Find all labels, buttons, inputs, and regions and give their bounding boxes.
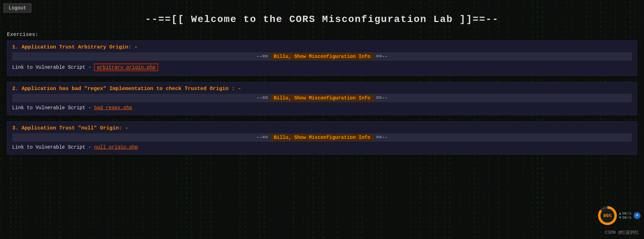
exercise-3: 3. Application Trust "null" Origin: - --…: [7, 121, 637, 155]
exercise-2-info-link[interactable]: Billu, Show Misconfiguration Info: [271, 95, 373, 101]
logout-button[interactable]: Logout: [3, 3, 31, 13]
info-bar-2-suffix: ==--: [373, 95, 388, 101]
upload-stat: ▲ OK/s: [619, 211, 631, 216]
upload-value: OK/s: [622, 211, 631, 216]
exercises-label: Exercises:: [7, 32, 637, 38]
info-bar-2-prefix: --==: [256, 95, 271, 101]
exercise-1: 1. Application Trust Arbitrary Origin: -…: [7, 40, 637, 76]
exercise-3-info-link[interactable]: Billu, Show Misconfiguration Info: [271, 134, 373, 141]
exercise-1-link-line: Link to Vulnerable Script - arbitrary_or…: [12, 64, 632, 71]
info-bar-3-prefix: --==: [256, 135, 271, 140]
up-arrow-icon: ▲: [619, 211, 621, 216]
exercise-3-link-line: Link to Vulnerable Script - null_origin.…: [12, 144, 632, 150]
exercise-1-title: 1. Application Trust Arbitrary Origin: -: [12, 44, 632, 50]
down-arrow-icon: ▼: [619, 216, 621, 220]
info-bar-3-suffix: ==--: [373, 135, 388, 140]
network-indicator: 86% ▲ OK/s ▼ OK/s +: [598, 206, 641, 225]
exercise-2-vuln-link[interactable]: bad_regex.php: [94, 105, 132, 111]
exercise-3-vuln-link[interactable]: null_origin.php: [94, 144, 138, 150]
exercise-3-info-bar: --== Billu, Show Misconfiguration Info =…: [12, 133, 632, 142]
exercise-2-link-prefix: Link to Vulnerable Script -: [12, 105, 94, 111]
csdn-watermark: CSDN @红蓝的红: [605, 229, 639, 236]
exercise-1-link-prefix: Link to Vulnerable Script -: [12, 65, 94, 70]
exercise-2-link-line: Link to Vulnerable Script - bad_regex.ph…: [12, 105, 632, 111]
exercise-3-link-prefix: Link to Vulnerable Script -: [12, 144, 94, 150]
download-value: OK/s: [622, 216, 631, 220]
exercise-1-vuln-link[interactable]: arbitrary_origin.php: [94, 64, 158, 71]
network-expand-button[interactable]: +: [634, 212, 641, 219]
exercise-1-info-link[interactable]: Billu, Show Misconfiguration Info: [271, 53, 373, 60]
welcome-banner: --==[[ Welcome to the CORS Misconfigurat…: [7, 3, 637, 32]
download-stat: ▼ OK/s: [619, 216, 631, 220]
network-stats: ▲ OK/s ▼ OK/s: [619, 211, 631, 220]
exercise-2: 2. Application has bad "regex" Implement…: [7, 82, 637, 115]
exercise-1-info-bar: --== Billu, Show Misconfiguration Info =…: [12, 52, 632, 61]
network-percent: 86%: [600, 209, 614, 223]
info-bar-1-suffix: ==--: [373, 54, 388, 59]
exercise-2-title: 2. Application has bad "regex" Implement…: [12, 86, 632, 92]
network-circle: 86%: [598, 206, 617, 225]
info-bar-1-prefix: --==: [256, 54, 271, 59]
exercise-3-title: 3. Application Trust "null" Origin: -: [12, 125, 632, 131]
exercise-2-info-bar: --== Billu, Show Misconfiguration Info =…: [12, 94, 632, 102]
